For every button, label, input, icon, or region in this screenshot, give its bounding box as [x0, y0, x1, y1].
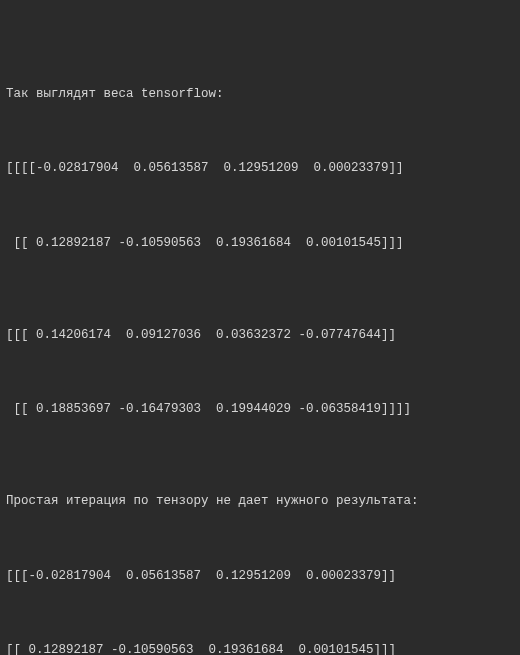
- blank-line: [6, 123, 514, 141]
- blank-line: [6, 604, 514, 622]
- blank-line: [6, 363, 514, 381]
- array-line: [[[ 0.14206174 0.09127036 0.03632372 -0.…: [6, 326, 514, 345]
- array-line: [[ 0.18853697 -0.16479303 0.19944029 -0.…: [6, 400, 514, 419]
- blank-line: [6, 197, 514, 215]
- blank-line: [6, 530, 514, 548]
- section1-heading: Так выглядят веса tensorflow:: [6, 85, 514, 104]
- section2-heading: Простая итерация по тензору не дает нужн…: [6, 492, 514, 511]
- array-line: [[ 0.12892187 -0.10590563 0.19361684 0.0…: [6, 234, 514, 253]
- array-line: [[[[-0.02817904 0.05613587 0.12951209 0.…: [6, 159, 514, 178]
- array-line: [[ 0.12892187 -0.10590563 0.19361684 0.0…: [6, 641, 514, 655]
- array-line: [[[-0.02817904 0.05613587 0.12951209 0.0…: [6, 567, 514, 586]
- blank-line: [6, 271, 514, 307]
- blank-line: [6, 438, 514, 474]
